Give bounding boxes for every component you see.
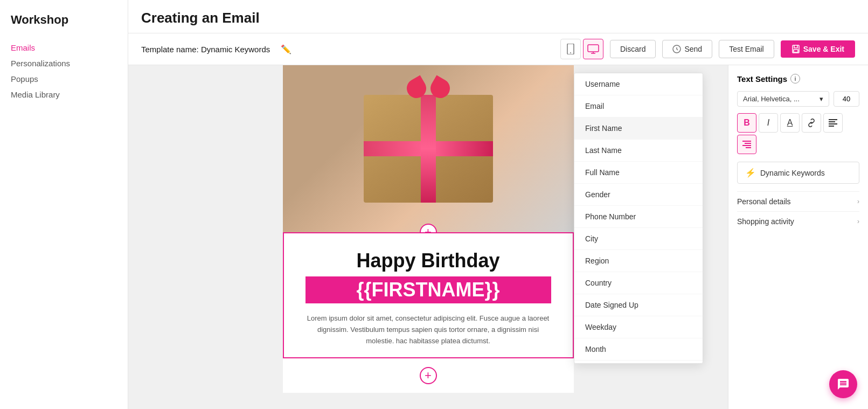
link-button[interactable]: [802, 113, 821, 133]
chevron-down-icon: ▾: [820, 95, 823, 103]
chevron-right-icon: ›: [857, 198, 859, 205]
toolbar: Template name: Dynamic Keywords ✏️ Disca…: [128, 33, 868, 65]
dropdown-item-date-signed-up[interactable]: Date Signed Up: [574, 294, 703, 316]
svg-point-1: [570, 52, 571, 53]
personal-details-section[interactable]: Personal details ›: [737, 191, 859, 211]
dropdown-item-first-name[interactable]: First Name: [574, 117, 703, 140]
svg-rect-13: [745, 143, 751, 144]
email-hero-image: +: [283, 65, 574, 232]
font-size-input[interactable]: [834, 91, 859, 107]
svg-rect-11: [829, 126, 834, 127]
birthday-heading: Happy Birthday: [305, 249, 551, 272]
send-button[interactable]: Send: [662, 40, 712, 58]
sidebar-item-media-library[interactable]: Media Library: [11, 87, 117, 102]
email-text-section[interactable]: Happy Birthday {{FIRSTNAME}} Lorem ipsum…: [283, 232, 574, 358]
lightning-icon: ⚡: [745, 168, 756, 178]
dynamic-keywords-button[interactable]: ⚡ Dynamic Keywords: [737, 162, 859, 184]
content-area: + Happy Birthday {{FIRSTNAME}} Lorem ips…: [128, 65, 868, 409]
desktop-view-btn[interactable]: [583, 39, 603, 59]
format-buttons-row: B I A: [737, 113, 859, 154]
gift-box: [364, 95, 493, 203]
dropdown-item-country[interactable]: Country: [574, 272, 703, 294]
align-left-button[interactable]: [823, 113, 843, 133]
dropdown-item-average-spent-time[interactable]: Average Spent Time: [574, 361, 703, 364]
font-family-select[interactable]: Arial, Helvetica, ... ▾: [737, 91, 829, 107]
bold-button[interactable]: B: [737, 113, 756, 133]
dropdown-item-phone-number[interactable]: Phone Number: [574, 206, 703, 228]
save-exit-button[interactable]: Save & Exit: [781, 40, 855, 58]
shopping-activity-section[interactable]: Shopping activity ›: [737, 211, 859, 231]
bow-left: [403, 75, 429, 101]
dropdown-item-gender[interactable]: Gender: [574, 184, 703, 206]
sidebar-item-popups[interactable]: Popups: [11, 71, 117, 87]
dropdown-item-city[interactable]: City: [574, 228, 703, 250]
gift-box-decoration: [283, 65, 574, 232]
dropdown-item-username[interactable]: Username: [574, 73, 703, 95]
edit-template-name-icon[interactable]: ✏️: [281, 44, 291, 54]
dropdown-item-weekday[interactable]: Weekday: [574, 316, 703, 338]
mobile-view-btn[interactable]: [560, 39, 581, 59]
text-settings-label: Text Settings: [737, 74, 787, 84]
sidebar-item-personalizations[interactable]: Personalizations: [11, 56, 117, 71]
svg-rect-8: [829, 119, 837, 120]
dropdown-item-full-name[interactable]: Full Name: [574, 162, 703, 184]
sidebar-nav: Emails Personalizations Popups Media Lib…: [11, 40, 117, 102]
bow-right: [427, 75, 453, 101]
dynamic-keywords-dropdown: UsernameEmailFirst NameLast NameFull Nam…: [574, 73, 703, 364]
device-toggle: [560, 39, 603, 59]
svg-rect-2: [588, 45, 599, 52]
svg-rect-15: [746, 147, 751, 148]
right-panel: Text Settings i Arial, Helvetica, ... ▾ …: [728, 65, 868, 409]
dropdown-item-email[interactable]: Email: [574, 95, 703, 117]
page-header: Creating an Email: [128, 0, 868, 33]
dropdown-item-month[interactable]: Month: [574, 338, 703, 361]
svg-rect-14: [742, 145, 751, 146]
svg-rect-9: [829, 121, 835, 122]
sidebar: Workshop Emails Personalizations Popups …: [0, 0, 128, 409]
firstname-dynamic: {{FIRSTNAME}}: [305, 276, 551, 303]
dropdown-item-region[interactable]: Region: [574, 250, 703, 272]
sidebar-title: Workshop: [11, 13, 117, 27]
underline-button[interactable]: A: [780, 113, 800, 133]
italic-button[interactable]: I: [759, 113, 778, 133]
align-right-button[interactable]: [737, 135, 756, 154]
discard-button[interactable]: Discard: [610, 40, 656, 58]
template-name-label: Template name: Dynamic Keywords: [141, 45, 270, 54]
text-settings-header: Text Settings i: [737, 74, 859, 84]
page-title: Creating an Email: [141, 10, 260, 26]
email-body: Lorem ipsum dolor sit amet, consectetur …: [305, 313, 551, 346]
test-email-button[interactable]: Test Email: [719, 40, 774, 58]
sidebar-item-emails[interactable]: Emails: [11, 40, 117, 56]
chat-button[interactable]: [829, 370, 857, 398]
main-content: Creating an Email Template name: Dynamic…: [128, 0, 868, 409]
font-controls-row: Arial, Helvetica, ... ▾: [737, 91, 859, 107]
ribbon-bow: [407, 79, 450, 100]
ribbon-vertical: [421, 95, 436, 203]
svg-rect-10: [829, 123, 837, 124]
add-section-button-bottom[interactable]: +: [420, 367, 437, 384]
dropdown-item-last-name[interactable]: Last Name: [574, 140, 703, 162]
svg-rect-12: [742, 141, 751, 142]
svg-rect-7: [794, 50, 798, 52]
email-preview: + Happy Birthday {{FIRSTNAME}} Lorem ips…: [283, 65, 574, 393]
text-settings-info-icon[interactable]: i: [790, 74, 800, 84]
chevron-right-icon-2: ›: [857, 218, 859, 225]
